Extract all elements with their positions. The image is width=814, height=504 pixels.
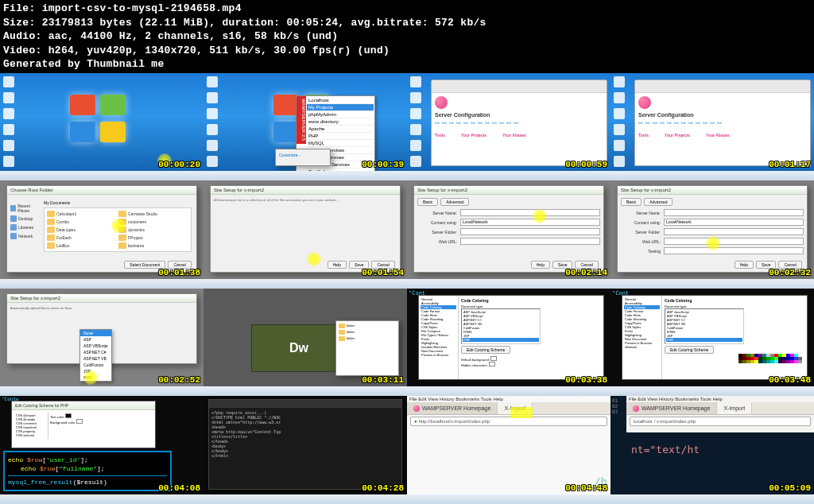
wamp-menu-item[interactable]: www directory xyxy=(307,118,374,126)
prefs-category-list: General Accessibility Code Coloring Code… xyxy=(419,296,459,380)
folder-icon xyxy=(47,219,55,225)
thumb-11: General Accessibility Code Coloring Code… xyxy=(407,289,610,397)
thumb-1: 00:00:20 xyxy=(0,73,204,181)
tab-advanced[interactable]: Advanced xyxy=(440,198,469,206)
folder-item[interactable]: lastname xyxy=(118,242,188,249)
audio-label: Audio: xyxy=(3,30,42,42)
tab-basic[interactable]: Basic xyxy=(417,198,438,206)
timestamp: 00:03:11 xyxy=(362,375,404,385)
wamp-menu-item[interactable]: My Projects xyxy=(307,104,374,111)
timestamp: 00:01:17 xyxy=(769,160,811,169)
file-name: import-csv-to-mysql-2194658.mp4 xyxy=(42,2,242,14)
duration-value: 00:05:24, xyxy=(287,17,345,29)
thumb-7: Site Setup for x-import2 Basic Advanced … xyxy=(407,180,610,289)
wamp-menu-item[interactable]: phpMyAdmin xyxy=(307,111,374,118)
bitrate-value: 572 xyxy=(435,17,454,29)
thumb-13: Edit Coloring Scheme for PHP CSS @import… xyxy=(0,396,204,504)
thumb-5: Choose Root Folder Recent Places Desktop… xyxy=(0,180,204,289)
video-info: h264, yuv420p, 1340x720, 511 kb/s, 30.00… xyxy=(48,45,390,56)
terminal-output: <?php require_once(...) <!DOCTYPE html P… xyxy=(209,408,401,460)
folder-icon xyxy=(118,235,126,241)
wamp-menu-item[interactable]: PHP xyxy=(307,133,374,140)
size-bytes: 23179813 xyxy=(42,17,94,29)
timestamp: 00:02:52 xyxy=(158,375,200,385)
timestamp: 00:02:32 xyxy=(769,268,811,277)
dialog-title: Choose Root Folder xyxy=(7,186,196,195)
highlight xyxy=(510,407,533,418)
browser-window: Server Configuration linklinklinklinklin… xyxy=(634,79,811,167)
thumb-15: File Edit View History Bookmarks Tools H… xyxy=(407,396,610,504)
thumb-8: Site Setup for x-import2 Basic Advanced … xyxy=(610,180,814,289)
folder-item[interactable]: ListBox xyxy=(47,242,117,249)
timestamp: 00:04:48 xyxy=(565,483,607,493)
doctype-list[interactable]: ASP JavaScript ASP VBScript ASP.NET C# A… xyxy=(461,308,541,344)
thumbnail-grid: 00:00:20 WAMPSERVER 2.5 Localhost My Pro… xyxy=(0,73,814,504)
generated-by: Generated by Thumbnail me xyxy=(3,57,811,72)
file-label: File: xyxy=(3,2,36,14)
timestamp: 00:00:20 xyxy=(158,160,200,169)
size-label: Size: xyxy=(3,17,36,29)
folder-item[interactable]: dynamics xyxy=(118,227,188,233)
dialog-title: Site Setup for x-import2 xyxy=(211,186,400,195)
wamp-menu-item[interactable]: Apache xyxy=(307,126,374,133)
thumb-6: Site Setup for x-import2 A Dreamweaver s… xyxy=(204,180,407,289)
thumb-12: General Accessibility Code Coloring Code… xyxy=(610,289,814,397)
folder-item[interactable]: Data types xyxy=(47,227,117,233)
server-config-title: Server Configuration xyxy=(435,112,603,118)
prefs-category-list: General Accessibility Code Coloring Code… xyxy=(622,296,662,380)
connect-using-select[interactable]: Local/Network xyxy=(460,219,600,226)
timestamp: 00:00:39 xyxy=(362,160,404,169)
wampserver-logo-icon xyxy=(638,96,651,109)
thumb-2: WAMPSERVER 2.5 Localhost My Projects php… xyxy=(204,73,407,181)
folder-icon xyxy=(47,211,55,217)
edit-scheme-button[interactable]: Edit Coloring Scheme xyxy=(461,346,510,354)
timestamp: 00:01:38 xyxy=(158,268,200,277)
wamp-menu-item[interactable]: Localhost xyxy=(307,97,374,104)
timestamp: 00:00:59 xyxy=(565,160,607,169)
thumb-14: <?php require_once(...) <!DOCTYPE html P… xyxy=(204,396,407,504)
timestamp: 00:03:38 xyxy=(565,375,607,385)
folder-item[interactable]: ForEach xyxy=(47,235,117,241)
timestamp: 00:04:28 xyxy=(362,483,404,493)
timestamp: 00:04:08 xyxy=(158,483,200,493)
folder-icon xyxy=(47,235,55,241)
help-button[interactable]: Help xyxy=(328,261,347,269)
browser-tab[interactable]: X-Import xyxy=(717,402,752,414)
folder-icon xyxy=(118,211,126,217)
browser-menubar[interactable]: File Edit View History Bookmarks Tools H… xyxy=(407,396,610,402)
thumb-16: 010203 File Edit View History Bookmarks … xyxy=(610,396,814,504)
browser-tab[interactable]: WAMPSERVER Homepage xyxy=(407,402,498,414)
folder-icon xyxy=(47,242,55,249)
thumb-4: Server Configuration linklinklinklinklin… xyxy=(610,73,814,181)
folder-item[interactable]: Combo xyxy=(47,219,117,225)
folder-icon xyxy=(118,242,126,249)
timestamp: 00:02:14 xyxy=(565,268,607,277)
server-folder-input[interactable] xyxy=(460,228,600,235)
metadata-header: File: import-csv-to-mysql-2194658.mp4 Si… xyxy=(0,0,814,73)
video-label: Video: xyxy=(3,45,42,56)
windows-logo-icon xyxy=(70,95,126,142)
folder-item[interactable]: customers xyxy=(118,219,188,225)
folder-item[interactable]: Camtasia Studio xyxy=(118,211,188,217)
browser-tab[interactable]: WAMPSERVER Homepage xyxy=(626,402,717,414)
folder-item[interactable]: FProject xyxy=(118,235,188,241)
url-bar[interactable]: ●http://localhost/x-import/index.php xyxy=(410,417,607,426)
code-preview: echo $row['user_id']; echo $row["fullnam… xyxy=(3,451,172,491)
url-bar[interactable]: localhost / x-import/index.php xyxy=(630,417,811,426)
wamp-menu-item[interactable]: MySQL xyxy=(307,140,374,147)
thumb-3: Server Configuration linklinklinklinklin… xyxy=(407,73,610,181)
timestamp: 00:01:54 xyxy=(362,268,404,277)
timestamp: 00:05:09 xyxy=(769,483,811,493)
server-name-input[interactable] xyxy=(460,209,600,216)
dreamweaver-splash: Dw xyxy=(251,324,347,372)
color-picker[interactable] xyxy=(738,354,802,363)
wampserver-logo-icon xyxy=(435,96,448,109)
browser-tabs: WAMPSERVER Homepage X-Import xyxy=(407,402,610,415)
timestamp: 00:03:48 xyxy=(769,375,811,385)
browser-window: Server Configuration linklinklinklinklin… xyxy=(431,79,607,167)
folder-item[interactable]: Calculator1 xyxy=(47,211,117,217)
audio-info: aac, 44100 Hz, 2 channels, s16, 58 kb/s … xyxy=(48,30,339,42)
web-url-input[interactable] xyxy=(460,238,600,245)
thumb-10: Dw folder folder folder 00:03:11 xyxy=(204,289,407,397)
thumb-9: Site Setup for x-import2 Automatically u… xyxy=(0,289,204,397)
